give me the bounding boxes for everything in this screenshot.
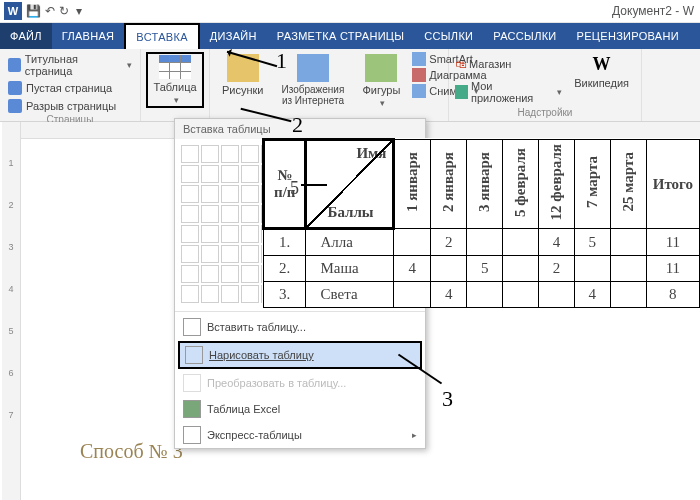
col-header: 7 марта [574,140,610,229]
insert-table-item[interactable]: Вставить таблицу... [175,314,425,340]
redo-icon[interactable]: ↻ [59,4,69,18]
caption: Способ № 3 [80,440,183,463]
annotation-1: 1 [276,48,287,74]
quick-tables-item[interactable]: Экспресс-таблицы▸ [175,422,425,448]
tab-layout[interactable]: РАЗМЕТКА СТРАНИЦЫ [267,23,415,49]
word-icon: W [4,2,22,20]
quick-access-toolbar: W 💾 ↶ ↻ ▾ [0,2,86,20]
tab-review[interactable]: РЕЦЕНЗИРОВАНИ [567,23,689,49]
blank-page-icon [8,81,22,95]
col-header: 2 января [431,140,467,229]
wikipedia-icon: W [593,54,611,75]
tab-mailings[interactable]: РАССЫЛКИ [483,23,566,49]
col-header: 25 марта [610,140,646,229]
header-number: № п/п [264,140,306,229]
chevron-down-icon[interactable]: ▾ [76,4,82,18]
page-break-button[interactable]: Разрыв страницы [6,98,134,114]
chart-icon [412,68,426,82]
ribbon: Титульная страница▾ Пустая страница Разр… [0,49,700,122]
ribbon-tabs: ФАЙЛ ГЛАВНАЯ ВСТАВКА ДИЗАЙН РАЗМЕТКА СТР… [0,23,700,49]
table-row[interactable]: 3.Света448 [264,282,700,308]
tab-file[interactable]: ФАЙЛ [0,23,52,49]
annotation-3: 3 [442,386,453,412]
table-row[interactable]: 1.Алла24511 [264,229,700,256]
screenshot-icon [412,84,426,98]
table-row[interactable]: 2.Маша45211 [264,256,700,282]
wikipedia-button[interactable]: WВикипедия [568,52,635,91]
document-title: Документ2 - W [612,4,700,18]
table-icon [159,55,191,79]
excel-icon [183,400,201,418]
online-pictures-icon [297,54,329,82]
vertical-ruler[interactable]: 1234567 [2,122,21,500]
document-table[interactable]: № п/п Имя Баллы 1 января 2 января 3 янва… [262,138,700,308]
addins-icon [455,85,468,99]
excel-table-item[interactable]: Таблица Excel [175,396,425,422]
blank-page-button[interactable]: Пустая страница [6,80,134,96]
shapes-button[interactable]: Фигуры▾ [356,52,406,118]
title-bar: W 💾 ↶ ↻ ▾ Документ2 - W [0,0,700,23]
annotation-2: 2 [292,112,303,138]
store-icon: 🛍 [455,58,466,70]
convert-table-item: Преобразовать в таблицу... [175,370,425,396]
annotation-5: 5 [290,178,299,199]
cover-page-icon [8,58,21,72]
my-addins-button[interactable]: Мои приложения▾ [455,80,562,104]
pencil-icon [185,346,203,364]
col-header: 5 февраля [503,140,539,229]
draw-table-item[interactable]: Нарисовать таблицу [178,341,422,369]
group-label-addins: Надстройки [455,107,635,118]
shapes-icon [365,54,397,82]
cover-page-button[interactable]: Титульная страница▾ [6,52,134,78]
smartart-icon [412,52,426,66]
page-break-icon [8,99,22,113]
group-addins: 🛍Магазин Мои приложения▾ WВикипедия Надс… [449,49,642,121]
col-header: 12 февраля [538,140,574,229]
convert-icon [183,374,201,392]
tab-home[interactable]: ГЛАВНАЯ [52,23,125,49]
undo-icon[interactable]: ↶ [45,4,55,18]
col-header-total: Итого [646,140,699,229]
tab-references[interactable]: ССЫЛКИ [414,23,483,49]
col-header: 3 января [467,140,503,229]
save-icon[interactable]: 💾 [26,4,41,18]
tab-insert[interactable]: ВСТАВКА [124,23,199,49]
group-tables: Таблица▾ [141,49,210,121]
table-button[interactable]: Таблица▾ [146,52,203,108]
group-pages: Титульная страница▾ Пустая страница Разр… [0,49,141,121]
col-header: 1 января [394,140,431,229]
store-button[interactable]: 🛍Магазин [455,58,562,70]
tab-design[interactable]: ДИЗАЙН [200,23,267,49]
quick-tables-icon [183,426,201,444]
grid-icon [183,318,201,336]
